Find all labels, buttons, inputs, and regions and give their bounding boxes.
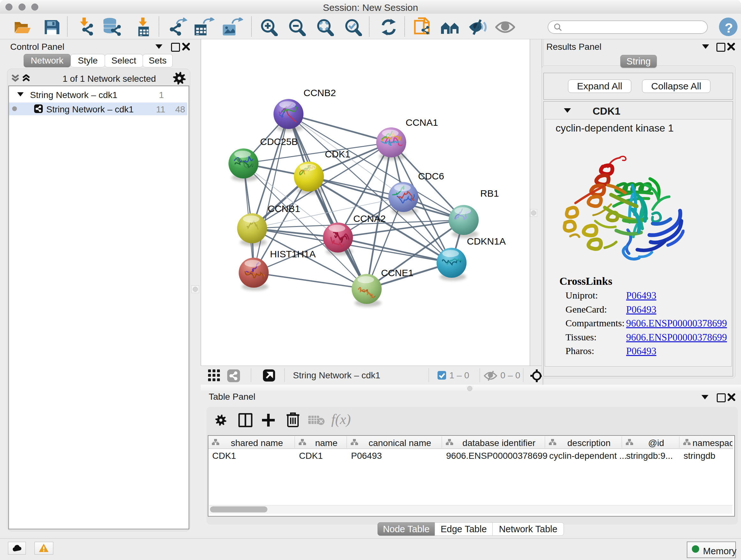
svg-text:CDC6: CDC6	[418, 171, 444, 181]
svg-text:HIST1H1A: HIST1H1A	[270, 249, 316, 259]
svg-text:CCNA1: CCNA1	[406, 117, 438, 128]
svg-text:CCNB1: CCNB1	[268, 203, 300, 214]
svg-text:CDK1: CDK1	[325, 149, 350, 159]
svg-text:CCNB2: CCNB2	[304, 87, 336, 98]
svg-text:CCNE1: CCNE1	[381, 267, 414, 278]
svg-text:RB1: RB1	[480, 188, 499, 199]
svg-text:CCNA2: CCNA2	[353, 213, 386, 224]
svg-text:CDC25B: CDC25B	[260, 136, 298, 147]
svg-text:CDKN1A: CDKN1A	[467, 236, 506, 246]
